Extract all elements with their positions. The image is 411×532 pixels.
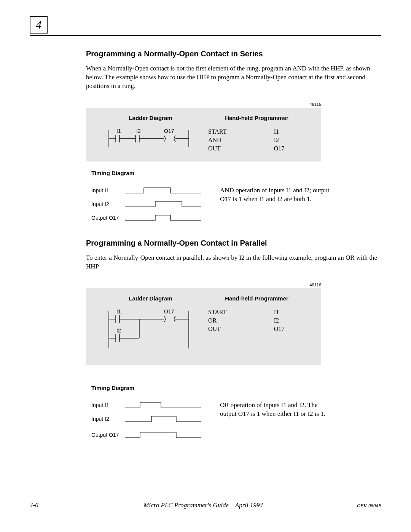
ladder-header-2: Ladder Diagram <box>97 295 204 302</box>
section1-paragraph: When a Normally-Open contact is not the … <box>86 64 379 91</box>
timing-wave-o17 <box>125 214 201 222</box>
page-footer: 4-6 Micro PLC Programmer's Guide – April… <box>30 502 381 509</box>
timing-header-1: Timing Diagram <box>91 170 379 176</box>
doc-id: GFK-0804B <box>357 503 381 509</box>
timing-row-o17: Output O17 <box>91 214 379 222</box>
ladder-svg-series: I1 I2 O17 <box>101 127 200 150</box>
section2-paragraph: To enter a Normally-Open contact in para… <box>86 254 379 271</box>
label-i2: I2 <box>136 128 141 134</box>
hhp-header-2: Hand-held Programmer <box>204 295 310 302</box>
timing-wave-i2 <box>125 200 201 208</box>
page-number: 4-6 <box>30 502 38 509</box>
series-example-panel: Ladder Diagram <box>86 108 321 161</box>
timing-explain-1: AND operation of inputs I1 and I2; outpu… <box>220 186 330 204</box>
hhp-row: STARTI1 <box>204 128 309 136</box>
timing-row-o17-p: Output O17 <box>91 431 379 439</box>
timing-wave-i1-p <box>125 401 201 409</box>
figure-id-1: 46115 <box>86 102 323 107</box>
hhp-row: ANDI2 <box>204 136 309 144</box>
hhp-parallel: Hand-held Programmer STARTI1 ORI2 OUTO17 <box>204 295 310 350</box>
ladder-header-1: Ladder Diagram <box>97 115 204 121</box>
hhp-row: OUTO17 <box>204 325 309 333</box>
figure-id-2: 46116 <box>86 283 323 287</box>
section2-title: Programming a Normally-Open Contact in P… <box>86 239 379 248</box>
hhp-series: Hand-held Programmer STARTI1 ANDI2 OUTO1… <box>204 115 310 153</box>
timing-section-series: Timing Diagram AND operation of inputs I… <box>91 170 379 222</box>
timing-wave-o17-p <box>125 431 201 439</box>
svg-text:I2: I2 <box>116 328 121 334</box>
hhp-header-1: Hand-held Programmer <box>204 115 310 121</box>
timing-wave-i2-p <box>125 415 201 423</box>
label-i1: I1 <box>116 128 121 134</box>
hhp-row: OUTO17 <box>204 145 309 152</box>
label-o17: O17 <box>164 128 174 134</box>
timing-header-2: Timing Diagram <box>91 385 379 391</box>
ladder-diagram-parallel: Ladder Diagram <box>97 295 204 350</box>
section1-title: Programming a Normally-Open Contact in S… <box>86 50 379 58</box>
timing-wave-i1 <box>125 186 201 195</box>
page-content: Programming a Normally-Open Contact in S… <box>86 50 379 444</box>
hhp-row: STARTI1 <box>204 308 309 316</box>
parallel-example-panel: Ladder Diagram <box>86 288 321 365</box>
timing-section-parallel: Timing Diagram OR operation of inputs I1… <box>91 385 379 439</box>
header-rule <box>30 35 381 36</box>
ladder-svg-parallel: I1 I2 O17 <box>101 308 200 350</box>
hhp-row: ORI2 <box>204 317 309 324</box>
svg-text:O17: O17 <box>164 308 174 315</box>
ladder-diagram-series: Ladder Diagram <box>97 115 204 153</box>
hhp-table-series: STARTI1 ANDI2 OUTO17 <box>204 127 310 153</box>
book-title: Micro PLC Programmer's Guide – April 199… <box>132 502 263 509</box>
chapter-number: 4 <box>36 18 41 31</box>
hhp-table-parallel: STARTI1 ORI2 OUTO17 <box>204 308 310 334</box>
timing-explain-2: OR operation of inputs I1 and I2. The ou… <box>220 401 330 419</box>
chapter-number-box: 4 <box>30 16 48 34</box>
svg-text:I1: I1 <box>116 308 121 315</box>
